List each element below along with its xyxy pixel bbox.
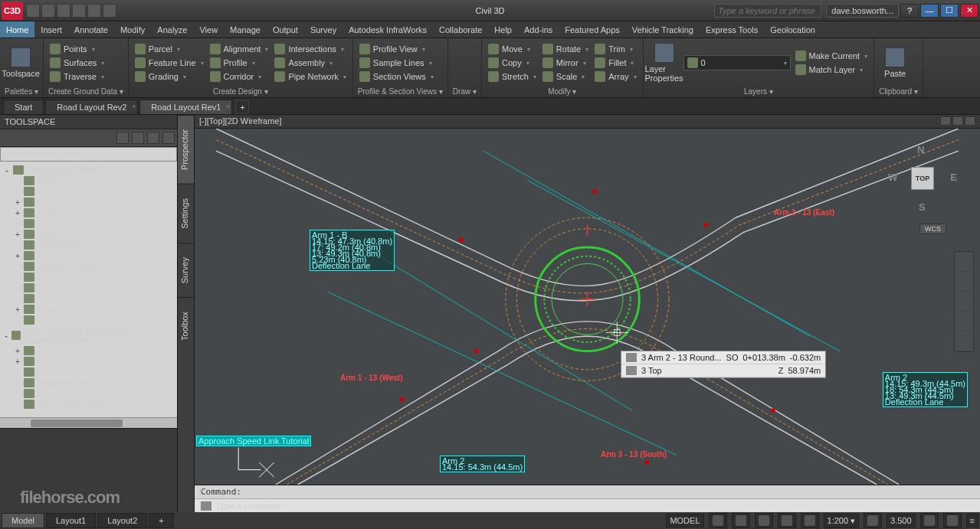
compass-w[interactable]: W bbox=[888, 171, 897, 183]
nav-zoom-icon[interactable] bbox=[955, 292, 973, 312]
command-history[interactable]: Command: bbox=[195, 485, 980, 498]
model-viewport[interactable]: N S E W TOP WCS 3 Arm 2 - 13 Round... bbox=[195, 129, 980, 485]
qat-new-icon[interactable] bbox=[26, 4, 40, 18]
viewport-close-icon[interactable] bbox=[965, 116, 975, 126]
ts-tool-icon[interactable] bbox=[147, 132, 159, 144]
ribbon-tab-annotate[interactable]: Annotate bbox=[68, 21, 114, 38]
panel-title[interactable]: Draw ▾ bbox=[453, 86, 477, 96]
fillet-button[interactable]: Fillet▾ bbox=[593, 57, 637, 69]
layer-properties-button[interactable]: Layer Properties bbox=[648, 40, 680, 86]
user-menu[interactable]: dave.bosworth... bbox=[826, 4, 899, 18]
app-menu-button[interactable]: C3D bbox=[2, 2, 23, 20]
workspace-switch[interactable] bbox=[920, 513, 939, 528]
tree-node[interactable]: View Frame Groups bbox=[2, 399, 175, 410]
traverse-button[interactable]: Traverse▾ bbox=[48, 70, 106, 83]
sample-lines-button[interactable]: Sample Lines▾ bbox=[358, 57, 435, 69]
expand-icon[interactable]: + bbox=[14, 198, 21, 207]
toolspace-button[interactable]: Toolspace bbox=[5, 40, 37, 86]
ribbon-tab-analyze[interactable]: Analyze bbox=[151, 21, 193, 38]
panel-title[interactable]: Palettes ▾ bbox=[5, 86, 38, 96]
corridor-button[interactable]: Corridor▾ bbox=[208, 70, 270, 83]
expand-icon[interactable]: + bbox=[14, 358, 21, 366]
tree-node[interactable]: View Frame Groups bbox=[2, 315, 175, 325]
panel-title[interactable]: Clipboard ▾ bbox=[879, 86, 918, 96]
layer-combo[interactable]: 0▾ bbox=[683, 55, 791, 70]
panel-title[interactable]: Modify ▾ bbox=[487, 86, 638, 96]
ribbon-tab-modify[interactable]: Modify bbox=[114, 21, 151, 38]
view-cube-top[interactable]: TOP bbox=[911, 167, 934, 190]
new-tab-button[interactable]: + bbox=[235, 100, 249, 114]
parcel-button[interactable]: Parcel▾ bbox=[133, 43, 205, 55]
surfaces-button[interactable]: Surfaces▾ bbox=[48, 57, 106, 69]
assembly-button[interactable]: Assembly▾ bbox=[273, 57, 347, 69]
tree-node[interactable]: +Surfaces bbox=[2, 345, 175, 356]
alignment-button[interactable]: Alignment▾ bbox=[208, 43, 270, 55]
search-input[interactable] bbox=[714, 4, 821, 18]
maximize-button[interactable]: ☐ bbox=[940, 4, 959, 18]
scrollbar-thumb[interactable] bbox=[31, 420, 123, 427]
tree-node[interactable]: +Survey bbox=[2, 304, 175, 315]
anno-toggle[interactable] bbox=[864, 513, 882, 528]
tree-node[interactable]: Pressure Networks bbox=[2, 261, 175, 272]
nav-orbit-icon[interactable] bbox=[955, 312, 973, 331]
grid-toggle[interactable] bbox=[709, 513, 727, 528]
tree-scrollbar[interactable] bbox=[0, 417, 177, 428]
qat-save-icon[interactable] bbox=[57, 4, 70, 18]
array-button[interactable]: Array▾ bbox=[593, 70, 637, 83]
decimal-display[interactable]: 3.500 bbox=[887, 514, 916, 527]
help-icon[interactable]: ? bbox=[900, 4, 919, 18]
qat-open-icon[interactable] bbox=[41, 4, 55, 18]
scale-selector[interactable]: 1:200 ▾ bbox=[824, 514, 860, 528]
doc-tab-road-layout-rev2[interactable]: Road Layout Rev2× bbox=[45, 100, 138, 114]
cmdline-close-icon[interactable]: × bbox=[196, 485, 207, 496]
ribbon-tab-featured-apps[interactable]: Featured Apps bbox=[559, 21, 626, 38]
ribbon-tab-express-tools[interactable]: Express Tools bbox=[700, 21, 764, 38]
qat-undo-icon[interactable] bbox=[72, 4, 86, 18]
add-layout-button[interactable]: + bbox=[149, 513, 173, 528]
expand-icon[interactable]: + bbox=[14, 230, 21, 239]
ribbon-tab-vehicle-tracking[interactable]: Vehicle Tracking bbox=[626, 21, 700, 38]
expand-icon[interactable]: + bbox=[14, 305, 21, 314]
tree-node[interactable]: +Pipe Networks bbox=[2, 250, 175, 261]
minimize-button[interactable]: — bbox=[920, 4, 939, 18]
qat-redo-icon[interactable] bbox=[87, 4, 101, 18]
tree-node[interactable]: Intersections bbox=[2, 293, 175, 304]
feature-line-button[interactable]: Feature Line▾ bbox=[133, 57, 205, 69]
nav-showmotion-icon[interactable] bbox=[955, 331, 973, 351]
tree-node[interactable]: +Alignments bbox=[2, 207, 175, 218]
side-tab-prospector[interactable]: Prospector bbox=[178, 115, 194, 184]
ribbon-tab-collaborate[interactable]: Collaborate bbox=[433, 21, 488, 38]
ribbon-tab-insert[interactable]: Insert bbox=[34, 21, 68, 38]
compass-s[interactable]: S bbox=[919, 201, 926, 213]
ts-tool-icon[interactable] bbox=[132, 132, 144, 144]
mirror-button[interactable]: Mirror▾ bbox=[541, 57, 590, 69]
ts-tool-icon[interactable] bbox=[116, 132, 129, 144]
nav-pan-icon[interactable] bbox=[955, 272, 973, 292]
close-button[interactable]: ✕ bbox=[960, 4, 978, 18]
view-cube[interactable]: N S E W TOP bbox=[888, 144, 957, 213]
profile-view-button[interactable]: Profile View▾ bbox=[358, 43, 435, 55]
qat-plot-icon[interactable] bbox=[103, 4, 116, 18]
trim-button[interactable]: Trim▾ bbox=[593, 43, 637, 55]
polar-toggle[interactable] bbox=[778, 513, 796, 528]
compass-n[interactable]: N bbox=[917, 144, 924, 155]
expand-icon[interactable]: - bbox=[3, 166, 11, 175]
section-views-button[interactable]: Section Views▾ bbox=[358, 70, 435, 83]
side-tab-settings[interactable]: Settings bbox=[178, 184, 194, 243]
ts-help-icon[interactable] bbox=[162, 132, 175, 144]
move-button[interactable]: Move▾ bbox=[487, 43, 538, 55]
ribbon-tab-help[interactable]: Help bbox=[488, 21, 518, 38]
copy-button[interactable]: Copy▾ bbox=[487, 57, 538, 69]
points-button[interactable]: Points▾ bbox=[48, 43, 106, 55]
ortho-toggle[interactable] bbox=[755, 513, 773, 528]
layout-tab-model[interactable]: Model bbox=[2, 513, 44, 528]
tree-node[interactable]: Pipe Networks bbox=[2, 367, 175, 377]
expand-icon[interactable]: + bbox=[14, 347, 21, 355]
prospector-tree[interactable]: -Road Layout Rev1PointsPoint Groups+Surf… bbox=[0, 162, 177, 417]
tree-node[interactable]: -Data Shortcuts [C:\Civil 3D Projects\Pa… bbox=[2, 325, 175, 345]
side-tab-toolbox[interactable]: Toolbox bbox=[178, 297, 194, 354]
clean-screen[interactable] bbox=[943, 513, 962, 528]
ribbon-tab-autodesk-infraworks[interactable]: Autodesk InfraWorks bbox=[343, 21, 433, 38]
layout-tab-layout2[interactable]: Layout2 bbox=[97, 513, 147, 528]
tree-node[interactable]: Points bbox=[2, 175, 175, 186]
